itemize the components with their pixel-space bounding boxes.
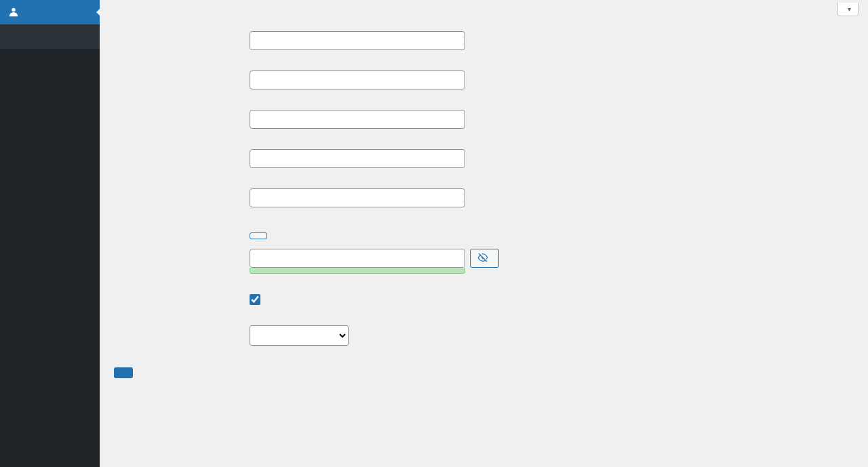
notification-checkbox[interactable] [250,294,260,305]
username-label [114,24,250,64]
email-input[interactable] [250,70,465,89]
sidebar-sub-add-new-user[interactable] [0,33,100,41]
sidebar-sub-all-users[interactable] [0,24,100,33]
eye-slash-icon [477,252,488,265]
admin-sidebar [0,0,100,467]
notification-label [114,287,250,319]
sidebar-users-submenu [0,24,100,49]
password-strength-indicator [250,268,465,274]
username-input[interactable] [250,31,465,50]
notification-checkbox-row[interactable] [250,294,848,305]
role-select[interactable] [250,325,349,346]
website-input[interactable] [250,188,465,207]
help-button[interactable] [837,3,859,16]
user-icon [7,5,20,19]
email-label [114,64,250,103]
website-label [114,182,250,221]
sidebar-sub-profile[interactable] [0,41,100,49]
sidebar-item-users[interactable] [0,0,100,24]
last-name-input[interactable] [250,149,465,168]
generate-password-button[interactable] [250,232,267,239]
first-name-label [114,103,250,142]
add-user-form [114,24,854,359]
role-label [114,319,250,359]
password-label [114,221,250,287]
first-name-input[interactable] [250,110,465,129]
add-new-user-submit-button[interactable] [114,367,133,378]
hide-password-button[interactable] [470,249,499,268]
password-input[interactable] [250,249,465,268]
main-content [100,0,868,467]
last-name-label [114,142,250,182]
